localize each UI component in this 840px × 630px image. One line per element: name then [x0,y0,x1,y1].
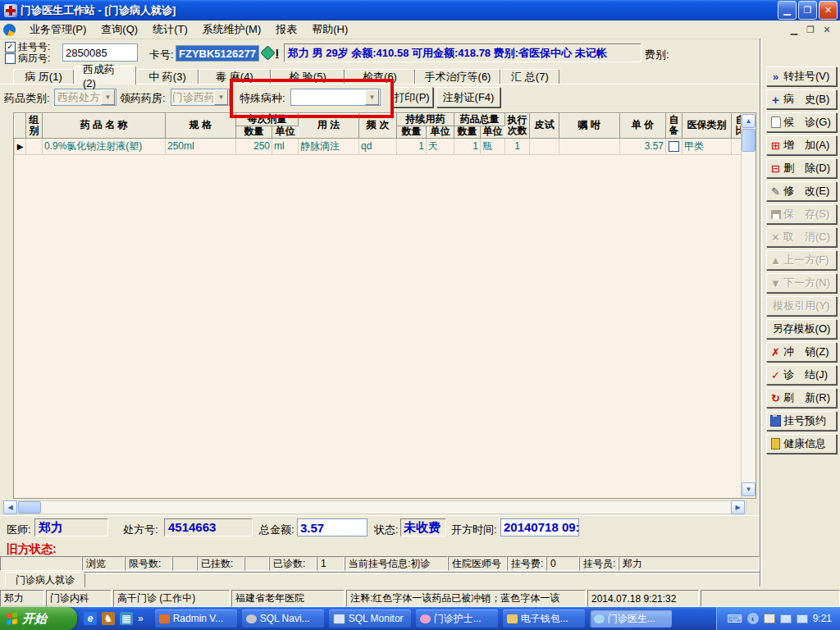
quick-launch-overflow-icon[interactable]: » [138,613,144,624]
health-info-button[interactable]: 健康信息 [766,434,837,454]
menu-query[interactable]: 查询(Q) [94,21,145,39]
save-template-button[interactable]: 另存模板(O) [766,319,837,339]
case-no-checkbox[interactable] [5,53,16,64]
printer-icon[interactable] [764,614,775,623]
refresh-button[interactable]: ↻ 刷 新(R) [766,388,837,408]
menu-statistics[interactable]: 统计(T) [145,21,195,39]
print-button[interactable]: 打印(P) [390,87,433,107]
pharmacy-combo[interactable]: 门诊西药房 ▼ [171,89,230,106]
col-exec-count[interactable]: 执行次数 [505,114,530,139]
cell-insurance-class[interactable]: 甲类 [682,138,732,154]
cell-skin-test[interactable] [530,138,559,154]
col-usage[interactable]: 用 法 [299,114,359,139]
grid-horizontal-scrollbar[interactable]: ◀ ▶ [2,500,746,514]
cell-frequency[interactable]: qd [359,138,397,154]
add-button[interactable]: ⊞ 增 加(A) [766,135,837,155]
tray-collapse-icon[interactable]: ‹ [747,613,759,624]
col-dur-qty[interactable]: 数量 [397,126,427,138]
col-total-unit[interactable]: 单位 [481,126,505,138]
tab-summary[interactable]: 汇 总(7) [500,69,559,84]
save-button[interactable]: 保 存(S) [766,204,837,224]
col-dose-qty[interactable]: 数量 [236,126,272,138]
menu-business[interactable]: 业务管理(P) [22,21,94,39]
card-reader-icon[interactable] [261,46,276,59]
history-button[interactable]: + 病 史(B) [766,89,837,109]
cell-dose-qty[interactable]: 250 [236,138,272,154]
cell-unit-price[interactable]: 3.57 [620,138,666,154]
cell-instruction[interactable] [559,138,620,154]
special-disease-combo[interactable]: ▼ [290,89,381,106]
restore-button[interactable]: ❐ [798,1,817,20]
col-total-qty[interactable]: 数量 [454,126,481,138]
col-frequency[interactable]: 频 次 [359,114,397,139]
menu-help[interactable]: 帮助(H) [304,21,355,39]
mdi-restore-button[interactable]: ❐ [802,23,819,36]
task-radmin[interactable]: Radmin V... [155,609,237,628]
tab-western-medicine[interactable]: 西成药(2) [74,66,136,84]
cell-dur-qty[interactable]: 1 [397,138,427,154]
col-self-provided[interactable]: 自备 [666,114,682,139]
network-icon[interactable] [797,614,808,623]
cell-usage[interactable]: 静脉滴注 [299,138,359,154]
cell-total-qty[interactable]: 1 [454,138,481,154]
scroll-down-icon[interactable]: ▼ [742,482,756,496]
cell-dose-unit[interactable]: ml [272,138,299,154]
minimize-button[interactable]: ▁ [778,1,797,20]
quick-launch-icon[interactable]: ♞ [102,612,115,625]
task-e-wallet[interactable]: 电子钱包... [503,609,585,628]
delete-button[interactable]: ⊟ 删 除(D) [766,158,837,178]
modify-button[interactable]: ✎ 修 改(E) [766,181,837,201]
task-sql-navigator[interactable]: SQL Navi... [242,609,324,628]
cell-spec[interactable]: 250ml [166,138,236,154]
cancel-button[interactable]: ✕ 取 消(C) [766,227,837,247]
mdi-minimize-button[interactable]: ▁ [786,23,802,36]
col-skin-test[interactable]: 皮试 [530,114,559,139]
col-duration[interactable]: 持续用药 [397,114,454,126]
col-total[interactable]: 药品总量 [454,114,505,126]
network-icon[interactable] [780,614,792,623]
workspace-tab[interactable]: 门诊病人就诊 [5,572,85,587]
tab-medical-record[interactable]: 病 历(1) [13,69,74,84]
vertical-scroll-thumb[interactable] [742,129,756,152]
col-drug-name[interactable]: 药 品 名 称 [43,114,166,139]
start-button[interactable]: 开始 [0,607,77,630]
scroll-left-icon[interactable]: ◀ [3,500,17,514]
total-amount-input[interactable] [297,518,368,536]
menu-maintenance[interactable]: 系统维护(M) [195,21,269,39]
tab-narcotics[interactable]: 毒 麻(4) [199,69,271,84]
tab-examination[interactable]: 检查(6) [345,69,415,84]
mdi-close-button[interactable]: ✕ [819,23,835,36]
injection-cert-button[interactable]: 注射证(F4) [436,87,500,107]
col-spec[interactable]: 规 格 [166,114,236,139]
reg-no-input[interactable] [62,43,138,62]
cell-exec-count[interactable]: 1 [505,138,530,154]
finish-visit-button[interactable]: ✓ 诊 结(J) [766,365,837,385]
cell-total-unit[interactable]: 瓶 [481,138,505,154]
drug-class-combo[interactable]: 西药处方 ▼ [54,89,116,106]
cell-dur-unit[interactable]: 天 [427,138,454,154]
col-dose-unit[interactable]: 单位 [272,126,299,138]
void-button[interactable]: ✗ 冲 销(Z) [766,342,837,362]
internet-explorer-icon[interactable]: e [84,612,97,625]
card-no-input[interactable] [176,45,259,62]
desktop-icon[interactable]: ▦ [120,612,133,625]
app-icon[interactable] [4,4,17,17]
scroll-up-icon[interactable]: ▲ [742,114,756,128]
grid-vertical-scrollbar[interactable]: ▲ ▼ [741,113,756,498]
keyboard-icon[interactable]: ⌨ [727,613,742,625]
col-per-dose[interactable]: 每次剂量 [236,114,299,126]
task-doctor-station[interactable]: 门诊医生... [590,609,672,628]
template-ref-button[interactable]: 模板引用(Y) [766,296,837,316]
col-dur-unit[interactable]: 单位 [427,126,454,138]
col-insurance-class[interactable]: 医保类别 [682,114,732,139]
horizontal-scroll-thumb[interactable] [18,501,41,514]
task-sql-monitor[interactable]: SQL Monitor [329,609,411,628]
self-provided-checkbox[interactable] [669,141,679,152]
next-rx-button[interactable]: ▼ 下一方(N) [766,273,837,293]
task-nurse-station[interactable]: 门诊护士... [416,609,498,628]
tab-surgery[interactable]: 手术治疗等(6) [415,69,500,84]
waiting-list-button[interactable]: 候 诊(G) [766,112,837,132]
table-row[interactable]: ▶ 0.9%氯化钠注射液(塑) 250ml 250 ml 静脉滴注 qd 1 天… [15,138,757,154]
col-instruction[interactable]: 嘱 咐 [559,114,620,139]
tab-chinese-medicine[interactable]: 中 药(3) [136,69,199,84]
